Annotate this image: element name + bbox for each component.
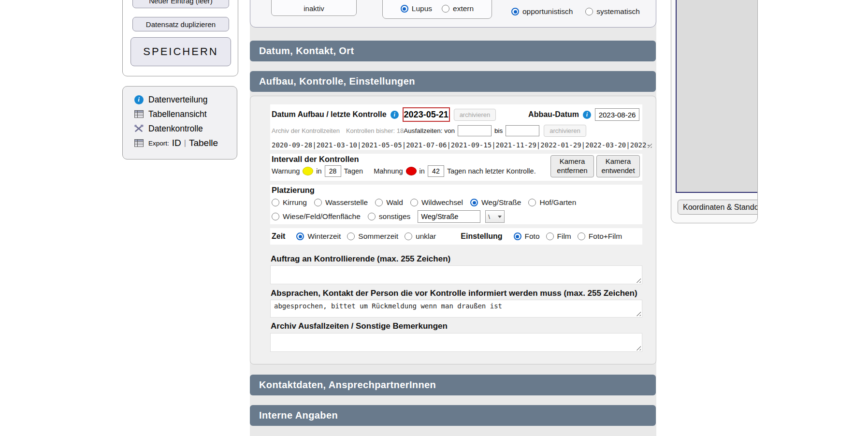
radio-lupus[interactable]: Lupus [401, 4, 432, 13]
absprachen-textarea[interactable]: abgesprochen, bittet um Rückmeldung wenn… [271, 300, 642, 317]
record-actions-panel: Neuer Eintrag (leer) Datensatz duplizier… [122, 0, 238, 76]
archive-times-link[interactable]: Archiv der Kontrollzeiten [272, 127, 340, 134]
reminder-dot-icon [406, 167, 417, 175]
radio-label: Wasserstelle [325, 198, 368, 207]
radio-icon [272, 199, 279, 206]
radio-foto[interactable]: Foto [514, 232, 540, 241]
radio-icon [442, 5, 449, 13]
radio-selected-icon [514, 233, 521, 240]
downtime-row: Archiv der Kontrollzeiten Kontrollen bis… [272, 124, 639, 137]
camera-trap-form-page: inaktiv Lupus extern opportunistisch sys… [0, 0, 868, 436]
save-button[interactable]: SPEICHERN [130, 37, 231, 66]
teardown-date-label: Abbau-Datum [528, 110, 579, 119]
placement-title: Platzierung [272, 186, 641, 195]
section-header-datum-kontakt-ort[interactable]: Datum, Kontakt, Ort [250, 41, 656, 61]
radio-icon [405, 233, 412, 240]
radio-label: Foto+Film [589, 232, 622, 241]
radio-sommerzeit[interactable]: Sommerzeit [347, 232, 398, 241]
setup-date-input[interactable] [403, 107, 450, 122]
archive-downtime-button[interactable]: archivieren [544, 125, 586, 137]
map-placeholder[interactable] [676, 0, 758, 193]
absprachen-textarea-wrap: abgesprochen, bittet um Rückmeldung wenn… [270, 300, 642, 318]
chevron-down-icon [498, 216, 502, 218]
section-header-interne-angaben[interactable]: Interne Angaben [250, 405, 656, 426]
downtime-from-label: Ausfallzeiten: von [404, 127, 455, 134]
status-panel: inaktiv Lupus extern opportunistisch sys… [250, 0, 656, 28]
auftrag-textarea[interactable] [271, 266, 642, 284]
radio-label: unklar [416, 232, 436, 241]
radio-hof-garten[interactable]: Hof/Garten [528, 198, 576, 207]
archiv-bemerkungen-textarea[interactable] [271, 334, 642, 351]
camera-remove-button[interactable]: Kamera entfernen [550, 155, 594, 177]
new-entry-button[interactable]: Neuer Eintrag (leer) [132, 0, 229, 8]
menu-item-tabellenansicht[interactable]: Tabellenansicht [133, 107, 237, 121]
warning-days-input[interactable] [325, 165, 341, 177]
radio-sonstiges[interactable]: sonstiges [368, 212, 410, 221]
coordinates-location-button[interactable]: Koordinaten & Standort [678, 200, 758, 215]
radio-winterzeit[interactable]: Winterzeit [296, 232, 341, 241]
after-last-control-label: Tagen nach letzter Kontrolle. [447, 167, 536, 175]
menu-label: Datenkontrolle [148, 124, 203, 134]
inactive-button[interactable]: inaktiv [271, 0, 357, 16]
section-header-kontaktdaten[interactable]: Kontaktdaten, AnsprechpartnerInnen [250, 375, 656, 395]
warning-dot-icon [303, 167, 313, 175]
radio-opportunistisch[interactable]: opportunistisch [511, 7, 573, 16]
radio-label: systematisch [596, 7, 640, 16]
radio-selected-icon [401, 5, 408, 13]
radio-film[interactable]: Film [546, 232, 571, 241]
time-settings-group: Zeit Winterzeit Sommerzeit unklar Einste… [270, 228, 642, 245]
radio-wildwechsel[interactable]: Wildwechsel [410, 198, 463, 207]
radio-wiese-feld-offenflaeche[interactable]: Wiese/Feld/Offenfläche [272, 212, 361, 221]
export-separator: | [184, 139, 186, 147]
radio-icon [578, 233, 585, 240]
downtime-to-input[interactable] [506, 125, 539, 136]
mode-radio-group: opportunistisch systematisch [511, 4, 640, 19]
archiv-bemerkungen-textarea-wrap [270, 333, 642, 352]
absprachen-label: Absprachen, Kontakt der Person die vor K… [271, 289, 637, 298]
interval-group: Intervall der Kontrollen Warnung in Tage… [270, 154, 642, 181]
radio-kirrung[interactable]: Kirrung [272, 198, 307, 207]
warning-label: Warnung [272, 167, 300, 175]
radio-icon [546, 233, 554, 240]
radio-selected-icon [296, 233, 304, 240]
table-icon [133, 110, 144, 118]
radio-foto-film[interactable]: Foto+Film [578, 232, 622, 241]
radio-systematisch[interactable]: systematisch [585, 7, 640, 16]
placement-other-input[interactable] [418, 210, 480, 223]
export-id-link[interactable]: ID [172, 138, 181, 148]
section-header-aufbau-kontrolle[interactable]: Aufbau, Kontrolle, Einstellungen [250, 71, 656, 92]
export-label: Export: [148, 140, 169, 147]
radio-wald[interactable]: Wald [375, 198, 403, 207]
placement-row-1: Kirrung Wasserstelle Wald Wildwechsel We… [272, 198, 641, 207]
radio-wasserstelle[interactable]: Wasserstelle [314, 198, 368, 207]
controls-count: Kontrollen bisher: 18 [346, 127, 404, 134]
placement-dropdown[interactable]: \ [485, 210, 505, 223]
days-label: Tagen [344, 167, 363, 175]
radio-label: opportunistisch [522, 7, 573, 16]
radio-label: extern [453, 4, 474, 13]
duplicate-record-button[interactable]: Datensatz duplizieren [132, 17, 229, 31]
radio-icon [347, 233, 355, 240]
radio-label: Wiese/Feld/Offenfläche [283, 212, 361, 221]
radio-weg-strasse[interactable]: Weg/Straße [470, 198, 521, 207]
radio-label: Winterzeit [307, 232, 341, 241]
radio-label: Hof/Garten [539, 198, 576, 207]
zeit-title: Zeit [272, 232, 285, 241]
info-icon[interactable] [391, 111, 399, 119]
reminder-days-input[interactable] [428, 165, 444, 177]
radio-label: sonstiges [379, 212, 410, 221]
info-icon[interactable] [583, 111, 591, 119]
aufbau-section-panel: Datum Aufbau / letzte Kontrolle archivie… [250, 96, 656, 364]
radio-unklar[interactable]: unklar [405, 232, 436, 241]
radio-icon [528, 199, 536, 206]
menu-item-datenverteilung[interactable]: Datenverteilung [133, 92, 237, 107]
downtime-from-input[interactable] [458, 125, 492, 136]
map-side-panel: Koordinaten & Standort [671, 0, 758, 223]
camera-stolen-button[interactable]: Kamera entwendet [596, 155, 640, 177]
menu-item-datenkontrolle[interactable]: Datenkontrolle [133, 121, 237, 136]
control-dates-row: 2020-09-28|2021-03-10|2021-05-05|2021-07… [272, 138, 639, 149]
teardown-date-input[interactable] [595, 108, 639, 121]
export-table-link[interactable]: Tabelle [189, 138, 218, 148]
radio-extern[interactable]: extern [442, 4, 474, 13]
archive-date-button[interactable]: archivieren [454, 109, 496, 121]
